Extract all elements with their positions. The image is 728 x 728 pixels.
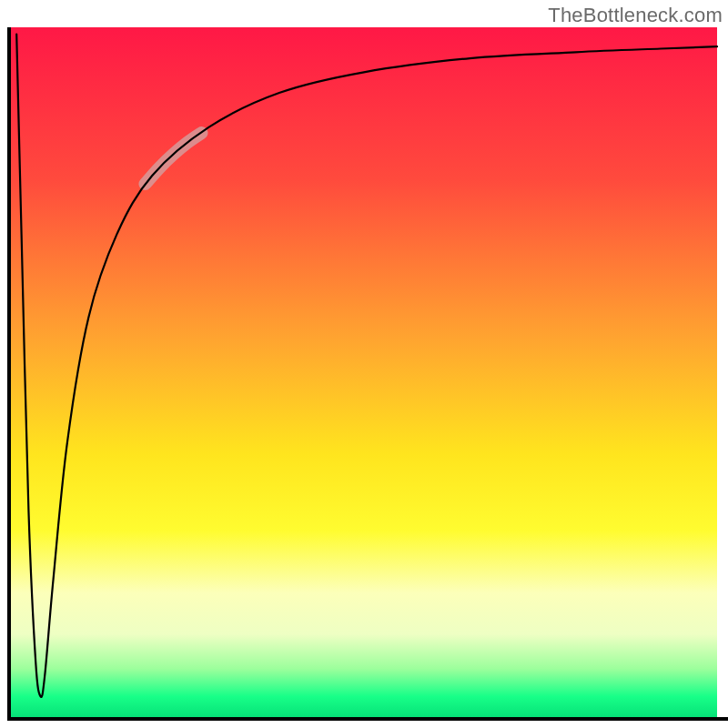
curve-layer <box>11 27 717 717</box>
chart-frame: TheBottleneck.com <box>0 0 728 728</box>
highlight-segment <box>145 133 201 184</box>
x-axis <box>7 717 728 721</box>
y-axis <box>7 27 11 721</box>
bottleneck-curve <box>16 35 717 697</box>
watermark-text: TheBottleneck.com <box>548 4 723 27</box>
